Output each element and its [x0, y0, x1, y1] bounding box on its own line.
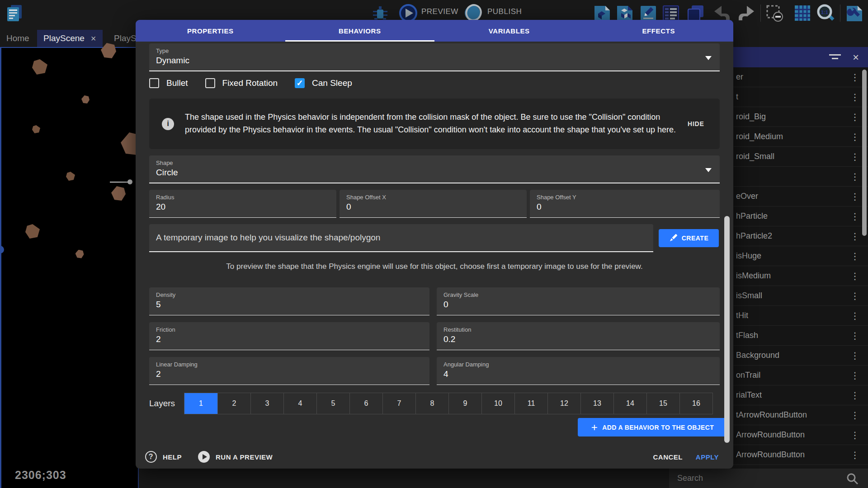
kebab-menu-icon[interactable]: ⋮	[842, 410, 868, 421]
layer-button-16[interactable]: 16	[679, 393, 712, 414]
shape-offset-x-field[interactable]: Shape Offset X 0	[340, 190, 527, 218]
checkbox-checked-icon[interactable]: ✓	[295, 78, 305, 88]
dialog-tab-properties[interactable]: PROPERTIES	[136, 20, 285, 42]
close-panel-icon[interactable]: ×	[853, 51, 859, 64]
run-preview-button[interactable]: RUN A PREVIEW	[198, 451, 273, 463]
kebab-menu-icon[interactable]: ⋮	[842, 370, 868, 381]
layer-button-2[interactable]: 2	[217, 393, 250, 414]
tab-playscene[interactable]: PlayScene ×	[37, 30, 103, 47]
dialog-scrollbar[interactable]	[724, 216, 730, 443]
layer-button-1[interactable]: 1	[184, 393, 217, 414]
layer-button-13[interactable]: 13	[580, 393, 613, 414]
checkbox-can-sleep[interactable]: ✓Can Sleep	[295, 78, 352, 88]
checkbox-unchecked-icon[interactable]	[205, 78, 215, 88]
layer-button-11[interactable]: 11	[514, 393, 547, 414]
chevron-down-icon	[705, 56, 712, 60]
kebab-menu-icon[interactable]: ⋮	[842, 390, 868, 401]
kebab-menu-icon[interactable]: ⋮	[842, 310, 868, 321]
friction-field[interactable]: Friction 2	[149, 322, 429, 350]
redo-icon[interactable]	[736, 4, 755, 23]
checkbox-label: Can Sleep	[312, 78, 352, 88]
asteroid-sprite[interactable]	[75, 250, 84, 258]
sidebar-scrollbar[interactable]	[862, 70, 867, 236]
preview-label[interactable]: PREVIEW	[421, 7, 458, 16]
brush-icon	[669, 234, 677, 242]
cancel-button[interactable]: CANCEL	[653, 453, 683, 461]
help-button[interactable]: ? HELP	[145, 451, 182, 463]
asteroid-sprite[interactable]	[81, 95, 90, 103]
filter-icon[interactable]	[829, 53, 841, 62]
checkbox-unchecked-icon[interactable]	[149, 78, 159, 88]
layer-button-3[interactable]: 3	[250, 393, 283, 414]
kebab-menu-icon[interactable]: ⋮	[842, 271, 868, 282]
create-button[interactable]: CREATE	[659, 229, 719, 247]
search-bar[interactable]: Search	[669, 469, 868, 488]
linear-damping-field[interactable]: Linear Damping 2	[149, 357, 429, 385]
shape-offset-y-value: 0	[537, 202, 713, 212]
layer-button-8[interactable]: 8	[415, 393, 448, 414]
project-manager-icon[interactable]	[5, 4, 24, 23]
help-icon: ?	[145, 451, 157, 463]
type-select[interactable]: Type Dynamic	[149, 43, 720, 71]
asteroid-sprite[interactable]	[111, 186, 126, 201]
layer-button-9[interactable]: 9	[448, 393, 481, 414]
tab-close-icon[interactable]: ×	[91, 33, 96, 44]
layer-button-10[interactable]: 10	[481, 393, 514, 414]
radius-field[interactable]: Radius 20	[149, 190, 336, 218]
search-icon	[846, 473, 858, 484]
mask-icon[interactable]	[765, 4, 784, 23]
kebab-menu-icon[interactable]: ⋮	[842, 350, 868, 361]
layer-button-15[interactable]: 15	[646, 393, 679, 414]
layer-button-6[interactable]: 6	[349, 393, 382, 414]
kebab-menu-icon[interactable]: ⋮	[842, 430, 868, 441]
plus-icon: +	[591, 421, 598, 434]
add-behavior-button[interactable]: + ADD A BEHAVIOR TO THE OBJECT	[578, 418, 727, 436]
grid-icon[interactable]	[793, 4, 812, 23]
apply-button[interactable]: APPLY	[696, 453, 719, 461]
gravity-scale-field[interactable]: Gravity Scale 0	[437, 287, 720, 315]
type-label: Type	[156, 47, 713, 54]
friction-value: 2	[156, 334, 423, 344]
settings-wrench-icon[interactable]	[844, 4, 863, 23]
density-field[interactable]: Density 5	[149, 287, 429, 315]
angular-damping-field[interactable]: Angular Damping 4	[437, 357, 720, 385]
checkbox-fixed-rotation[interactable]: Fixed Rotation	[205, 78, 278, 88]
restitution-value: 0.2	[443, 334, 713, 344]
layer-button-4[interactable]: 4	[283, 393, 316, 414]
edge-handle[interactable]	[0, 246, 4, 253]
zoom-1-1-icon[interactable]: 1:1	[816, 4, 835, 23]
kebab-menu-icon[interactable]: ⋮	[842, 450, 868, 460]
tab-home[interactable]: Home	[0, 30, 36, 47]
dialog-tab-behaviors[interactable]: BEHAVIORS	[285, 20, 435, 42]
restitution-field[interactable]: Restitution 0.2	[437, 322, 720, 350]
layer-button-5[interactable]: 5	[316, 393, 349, 414]
play-icon	[198, 451, 210, 463]
asteroid-sprite[interactable]	[25, 224, 40, 239]
search-input[interactable]: Search	[669, 474, 846, 483]
scene-canvas[interactable]: 2306;303	[0, 47, 139, 488]
toolbar-separator	[760, 5, 761, 22]
dialog-tab-effects[interactable]: EFFECTS	[584, 20, 734, 42]
shape-value: Circle	[156, 168, 713, 178]
kebab-menu-icon[interactable]: ⋮	[842, 291, 868, 301]
shape-offset-y-field[interactable]: Shape Offset Y 0	[530, 190, 720, 218]
dialog-tab-bar: PROPERTIESBEHAVIORSVARIABLESEFFECTS	[136, 20, 733, 42]
asteroid-sprite[interactable]	[32, 125, 40, 133]
layer-button-12[interactable]: 12	[547, 393, 580, 414]
svg-text:1:1: 1:1	[821, 9, 828, 15]
asteroid-sprite[interactable]	[32, 59, 47, 75]
tab-playscene-label: PlayScene	[43, 33, 85, 43]
apply-label: APPLY	[696, 453, 719, 461]
kebab-menu-icon[interactable]: ⋮	[842, 330, 868, 341]
hide-button[interactable]: HIDE	[688, 120, 704, 127]
asteroid-sprite[interactable]	[66, 172, 75, 181]
checkbox-bullet[interactable]: Bullet	[149, 78, 188, 88]
publish-label[interactable]: PUBLISH	[487, 7, 522, 16]
dialog-tab-variables[interactable]: VARIABLES	[434, 20, 584, 42]
anchor-handle[interactable]	[127, 179, 132, 184]
shape-select[interactable]: Shape Circle	[149, 155, 720, 183]
kebab-menu-icon[interactable]: ⋮	[842, 251, 868, 262]
layer-button-14[interactable]: 14	[613, 393, 646, 414]
temp-image-field[interactable]: A temporary image to help you visualize …	[149, 224, 653, 252]
layer-button-7[interactable]: 7	[382, 393, 415, 414]
